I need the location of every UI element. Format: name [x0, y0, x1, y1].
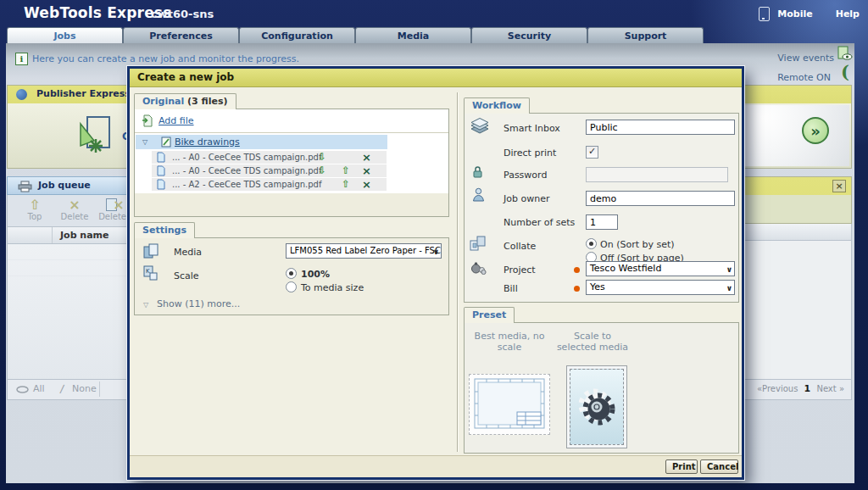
print-button[interactable]: Print — [665, 459, 698, 474]
create-job-dialog: Create a new job Original (3 files) Add … — [127, 66, 744, 480]
workflow-section-tab: Workflow — [464, 97, 530, 114]
scale-to-media-radio[interactable] — [286, 281, 297, 292]
device-name: cwt60-sns — [151, 8, 214, 20]
view-events-label: View events — [777, 53, 834, 64]
remove-file-button[interactable]: × — [362, 164, 371, 177]
scale-100-radio[interactable] — [286, 268, 297, 279]
password-input[interactable] — [586, 167, 728, 182]
smart-inbox-input[interactable] — [586, 120, 735, 135]
show-more-link[interactable]: Show (11) more... — [157, 298, 240, 309]
job-name-column: Job name — [60, 230, 109, 241]
file-group-row[interactable]: ▽ Bike drawings — [136, 135, 387, 149]
pagination-next[interactable]: Next » — [816, 384, 844, 393]
smart-inbox-icon — [470, 118, 490, 135]
tree-expand-icon[interactable]: ▽ — [142, 138, 147, 146]
publisher-express-icon — [16, 89, 27, 100]
move-up-button[interactable]: ⇧ — [342, 178, 350, 191]
preset-option-best-media[interactable] — [469, 374, 550, 435]
project-value: Tesco Westfield — [590, 263, 661, 274]
app-title: WebTools Express — [24, 4, 172, 21]
collate-icon — [470, 236, 487, 251]
preset-option-scale-media[interactable] — [566, 365, 627, 448]
publisher-express-title: Publisher Express — [36, 88, 131, 99]
toolbar-top-label: Top — [28, 212, 42, 221]
job-owner-label: Job owner — [504, 193, 549, 204]
create-new-job-icon — [75, 114, 114, 156]
remote-label: Remote ON — [777, 72, 831, 83]
tab-configuration[interactable]: Configuration — [239, 27, 355, 43]
number-of-sets-input[interactable] — [586, 214, 618, 230]
job-owner-input[interactable] — [586, 191, 735, 206]
gear-icon — [570, 369, 624, 445]
preset-section-tab: Preset — [464, 307, 515, 323]
settings-section-tab: Settings — [134, 222, 195, 238]
direct-print-checkbox[interactable]: ✓ — [586, 146, 598, 159]
file-row: ... - A0 - CeeCee TDS campaign.pdf ⇩ ⇧ × — [152, 151, 387, 164]
scale-100-label: 100% — [301, 269, 330, 280]
preset-tab-label: Preset — [472, 309, 506, 320]
toolbar-delete-button[interactable]: × Delete — [55, 198, 94, 221]
info-message: Here you can create a new job and monito… — [32, 53, 299, 64]
required-dot — [574, 267, 580, 273]
application-window: WebTools Express cwt60-sns Mobile Help J… — [0, 0, 868, 490]
project-select[interactable]: Tesco Westfield ∨ — [586, 261, 735, 276]
password-label: Password — [504, 170, 547, 181]
add-file-icon — [142, 114, 153, 127]
required-dot — [574, 286, 580, 292]
remove-file-button[interactable]: × — [362, 151, 371, 164]
help-link[interactable]: Help — [836, 8, 860, 19]
mobile-link[interactable]: Mobile — [777, 8, 812, 19]
tab-security[interactable]: Security — [471, 27, 587, 43]
header-links: Mobile Help — [759, 0, 860, 27]
printer-icon — [18, 181, 32, 192]
original-section-tab: Original (3 files) — [134, 93, 236, 109]
tab-preferences[interactable]: Preferences — [123, 27, 239, 43]
scale-label: Scale — [174, 270, 199, 281]
file-row: ... - A2 - CeeCee TDS campaign.pdf ⇩ ⇧ × — [152, 178, 387, 191]
scale-icon: K — [143, 265, 159, 281]
select-all-icon — [16, 386, 29, 393]
remote-status[interactable]: Remote ON — [777, 68, 831, 84]
cancel-button[interactable]: Cancel — [700, 459, 738, 474]
tab-media[interactable]: Media — [355, 27, 471, 43]
dialog-title: Create a new job — [130, 69, 742, 87]
media-select[interactable]: LFM055 Red Label Zero Paper - FSC A0 (84… — [286, 243, 442, 259]
file-row: ... - A0 - CeeCee TDS campaign.pdf ⇩ ⇧ × — [152, 164, 387, 177]
bill-select[interactable]: Yes ∨ — [586, 280, 735, 295]
delete-x-icon: × — [55, 198, 94, 212]
double-chevron-icon: » — [810, 122, 821, 140]
drawing-file-icon — [161, 136, 171, 148]
tab-jobs[interactable]: Jobs — [7, 27, 123, 43]
pane-divider — [457, 92, 459, 452]
scroll-right-button[interactable]: » — [802, 117, 829, 144]
collate-label: Collate — [504, 241, 536, 252]
top-arrow-icon: ⇧ — [19, 198, 50, 212]
select-none-icon: / — [59, 382, 64, 395]
view-events-link[interactable]: View events — [777, 48, 834, 64]
pagination-previous[interactable]: «Previous — [757, 384, 798, 393]
direct-print-label: Direct print — [504, 148, 556, 159]
select-none-link[interactable]: None — [72, 383, 97, 394]
move-down-button[interactable]: ⇩ — [318, 151, 326, 164]
move-down-button[interactable]: ⇩ — [318, 164, 326, 177]
media-icon — [143, 243, 159, 259]
mobile-icon — [759, 7, 770, 21]
collate-on-radio[interactable] — [586, 238, 597, 249]
pagination-current-page: 1 — [804, 383, 811, 394]
person-icon — [472, 187, 485, 202]
project-label: Project — [504, 264, 536, 276]
workflow-tab-label: Workflow — [472, 100, 521, 111]
tab-support[interactable]: Support — [587, 27, 704, 43]
preset-section: Best media, no scale Scale to selected m… — [464, 322, 739, 454]
add-file-link[interactable]: Add file — [159, 115, 194, 126]
number-of-sets-label: Number of sets — [504, 217, 575, 228]
close-panel-button[interactable]: × — [832, 180, 846, 192]
toolbar-top-button[interactable]: ⇧ Top — [19, 198, 50, 221]
view-events-icon[interactable] — [836, 46, 853, 61]
select-all-link[interactable]: All — [33, 383, 45, 394]
bill-value: Yes — [590, 281, 605, 292]
chevron-down-icon: ∨ — [726, 281, 732, 295]
move-up-button[interactable]: ⇧ — [342, 164, 350, 177]
file-group-link[interactable]: Bike drawings — [175, 136, 240, 148]
remove-file-button[interactable]: × — [362, 178, 371, 191]
